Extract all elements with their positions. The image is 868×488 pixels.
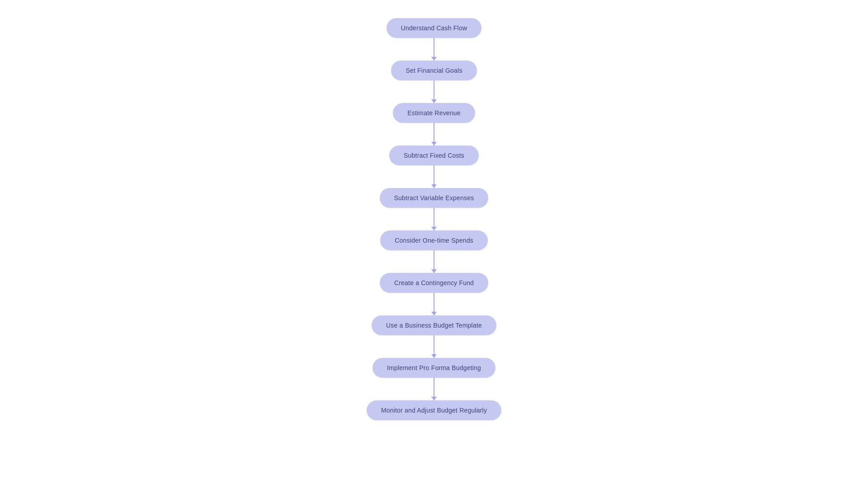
flow-node-consider-one-time-spends: Consider One-time Spends [380, 230, 488, 250]
flow-node-estimate-revenue: Estimate Revenue [393, 103, 475, 123]
flow-node-set-financial-goals: Set Financial Goals [391, 61, 476, 80]
flow-arrow-6 [434, 293, 434, 315]
flow-node-use-business-budget-template: Use a Business Budget Template [372, 315, 496, 335]
flow-node-create-contingency-fund: Create a Contingency Fund [380, 273, 488, 293]
flow-arrow-3 [434, 165, 434, 188]
flow-arrow-7 [434, 335, 434, 358]
flow-arrow-4 [434, 208, 434, 230]
flow-arrow-5 [434, 250, 434, 273]
flow-arrow-0 [434, 38, 434, 61]
flow-arrow-8 [434, 378, 434, 400]
flow-node-subtract-variable-expenses: Subtract Variable Expenses [380, 188, 489, 208]
flow-node-monitor-adjust-budget-regularly: Monitor and Adjust Budget Regularly [367, 400, 501, 420]
flow-arrow-2 [434, 123, 434, 145]
flow-node-subtract-fixed-costs: Subtract Fixed Costs [389, 145, 479, 165]
flow-node-understand-cash-flow: Understand Cash Flow [387, 18, 481, 38]
flow-node-implement-pro-forma-budgeting: Implement Pro Forma Budgeting [373, 358, 495, 378]
flow-arrow-1 [434, 80, 434, 103]
flowchart: Understand Cash FlowSet Financial GoalsE… [367, 9, 501, 438]
